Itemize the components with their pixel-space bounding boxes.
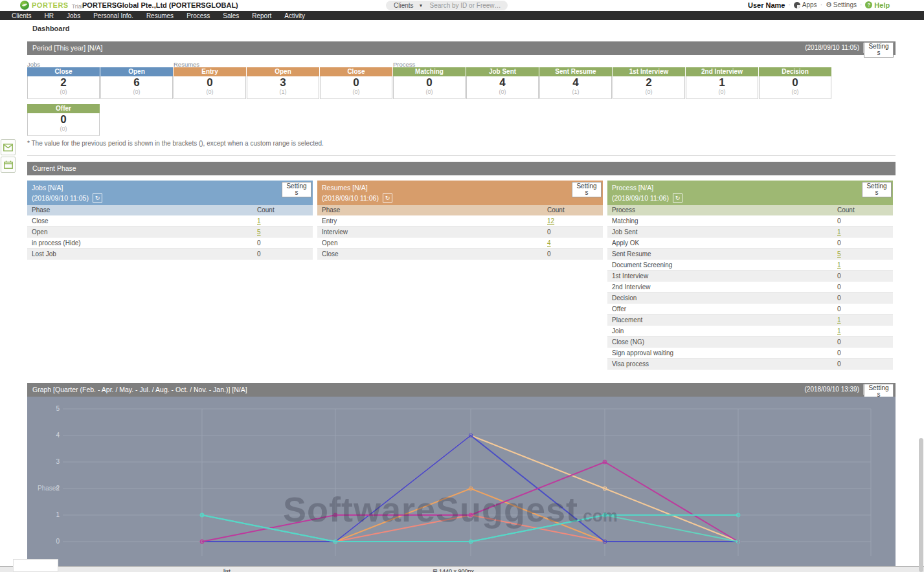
stat-group-label: Resumes [174, 61, 393, 67]
table-row-1st-interview: 1st Interview0 [607, 270, 893, 281]
stat-value: 2 [28, 76, 99, 89]
separator: · [860, 1, 862, 8]
count-value: 0 [837, 292, 841, 303]
period-note: * The value for the previous period is s… [27, 140, 324, 147]
table-row-close: Close1 [27, 215, 313, 226]
footer-fragment: list [223, 568, 231, 572]
count-value-link[interactable]: 5 [257, 226, 261, 237]
panel-header: Jobs [N/A](2018/09/10 11:05)↻Settings [27, 181, 313, 205]
global-search[interactable]: Clients ▼ Search by ID or Freew… [386, 1, 508, 10]
nav-item-report[interactable]: Report [245, 12, 278, 19]
period-settings-button[interactable]: Settings [864, 42, 894, 58]
period-title: Period [This year] [N/A] [32, 44, 103, 52]
table-row-apply-ok: Apply OK0 [607, 237, 893, 248]
panel-subtitle: (2018/09/10 11:05)↻ [32, 193, 102, 203]
stat-cell-close: Close2(0) [27, 67, 100, 99]
stat-cell-open: Open3(1) [247, 67, 319, 99]
refresh-icon[interactable]: ↻ [673, 193, 682, 203]
panel-settings-button[interactable]: Settings [282, 182, 311, 197]
period-stats: JobsClose2(0)Open6(0)ResumesEntry0(0)Ope… [27, 61, 832, 99]
table-row-decision: Decision0 [607, 292, 893, 303]
watermark: SoftwareSuggest.com [283, 489, 618, 529]
user-name-menu[interactable]: User Name [748, 1, 785, 9]
panel-process-n-a: Process [N/A](2018/09/10 11:06)↻Settings… [607, 181, 893, 369]
current-phase-header: Current Phase [27, 162, 896, 175]
calendar-button[interactable] [1, 157, 16, 173]
chart-canvas: 012345 [27, 397, 896, 566]
count-value-link[interactable]: 5 [837, 248, 841, 259]
panel-timestamp: (2018/09/10 11:05) [32, 194, 89, 202]
nav-item-clients[interactable]: Clients [0, 12, 38, 19]
nav-item-activity[interactable]: Activity [278, 12, 311, 19]
top-bar: PORTERS Trial PORTERSGlobal Pte.,Ltd (PO… [0, 0, 924, 11]
table-row-open: Open4 [317, 237, 603, 248]
help-link[interactable]: Help [874, 1, 890, 9]
search-category-select[interactable]: Clients [394, 2, 414, 9]
count-value-link[interactable]: 1 [837, 325, 841, 336]
count-value-link[interactable]: 12 [547, 215, 554, 226]
table-row-offer: Offer0 [607, 303, 893, 314]
count-value: 0 [547, 248, 551, 259]
stat-prev-value: (0) [613, 89, 684, 95]
search-input[interactable]: Search by ID or Freew… [430, 2, 501, 9]
stat-cell-label: Decision [759, 67, 831, 76]
nav-item-jobs[interactable]: Jobs [60, 12, 87, 19]
refresh-icon[interactable]: ↻ [383, 193, 392, 203]
phase-label: Close [32, 215, 49, 226]
table-row-placement: Placement1 [607, 314, 893, 325]
nav-item-sales[interactable]: Sales [216, 12, 245, 19]
refresh-icon[interactable]: ↻ [93, 193, 102, 203]
stat-prev-value: (1) [247, 89, 319, 95]
column-header-count: Count [547, 205, 565, 215]
screen-size-icon: ⊞ [433, 568, 438, 572]
nav-item-process[interactable]: Process [180, 12, 216, 19]
phase-label: Close [322, 248, 339, 259]
phases-line-chart: 012345 Phases SoftwareSuggest.com [27, 397, 896, 566]
settings-menu[interactable]: Settings [833, 1, 857, 8]
stat-cells: Matching0(0)Job Sent4(0)Sent Resume4(1)1… [393, 67, 832, 99]
stat-cell-label: Job Sent [466, 67, 539, 76]
svg-text:5: 5 [56, 405, 60, 412]
nav-item-personal-info[interactable]: Personal Info. [87, 12, 140, 19]
count-value-link[interactable]: 1 [837, 314, 841, 325]
company-name: PORTERSGlobal Pte.,Ltd (PORTERSGLOBAL) [82, 1, 238, 9]
stat-prev-value: (1) [540, 89, 611, 95]
porters-logo[interactable]: PORTERS Trial [20, 1, 83, 10]
vertical-scrollbar[interactable] [919, 438, 923, 572]
nav-item-hr[interactable]: HR [38, 12, 60, 19]
stat-cell-body: 3(1) [247, 76, 319, 99]
graph-title: Graph [Quarter (Feb. - Apr. / May. - Jul… [32, 386, 247, 393]
phase-label: 2nd Interview [612, 281, 650, 292]
stat-cell-offer: Offer0(0) [27, 104, 100, 136]
mail-icon [3, 144, 13, 151]
main-nav: ClientsHRJobsPersonal Info.ResumesProces… [0, 11, 924, 20]
apps-menu[interactable]: Apps [802, 1, 817, 8]
stat-cell-open: Open6(0) [100, 67, 173, 99]
stat-cell-label: Open [247, 67, 319, 76]
count-value-link[interactable]: 1 [257, 215, 261, 226]
panel-settings-button[interactable]: Settings [862, 182, 892, 197]
stat-group-jobs: JobsClose2(0)Open6(0) [27, 61, 174, 99]
stat-cell-job-sent: Job Sent4(0) [466, 67, 539, 99]
count-value-link[interactable]: 4 [547, 237, 551, 248]
stat-cell-label: Entry [174, 67, 246, 76]
mail-button[interactable] [1, 139, 16, 155]
phase-label: Entry [322, 215, 337, 226]
table-row-close-ng: Close (NG)0 [607, 336, 893, 347]
panel-header: Resumes [N/A](2018/09/10 11:06)↻Settings [317, 181, 603, 205]
panel-settings-button[interactable]: Settings [572, 182, 602, 197]
stat-cell-label: Offer [27, 104, 100, 113]
count-value-link[interactable]: 1 [837, 259, 841, 270]
help-icon: ? [865, 1, 872, 8]
count-value-link[interactable]: 1 [837, 226, 841, 237]
stat-cell-sent-resume: Sent Resume4(1) [539, 67, 612, 99]
panel-timestamp: (2018/09/10 11:06) [612, 194, 669, 202]
phase-label: Offer [612, 303, 626, 314]
stat-cell-1st-interview: 1st Interview2(0) [613, 67, 685, 99]
nav-item-resumes[interactable]: Resumes [140, 12, 180, 19]
chevron-down-icon[interactable]: ▼ [419, 3, 423, 8]
svg-text:4: 4 [56, 432, 60, 439]
stat-value: 4 [540, 76, 611, 89]
stat-prev-value: (0) [174, 89, 245, 95]
phase-label: Open [322, 237, 337, 248]
